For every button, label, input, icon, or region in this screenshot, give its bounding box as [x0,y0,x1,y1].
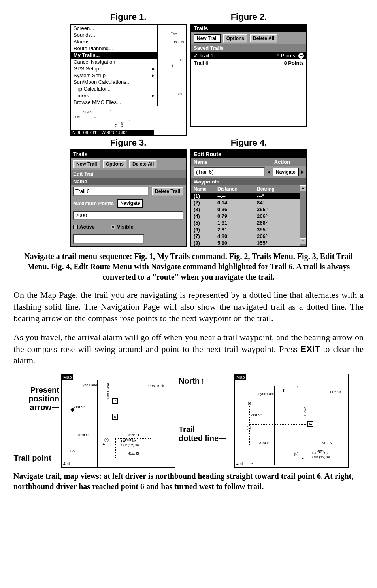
fig1-menu: Screen... Sounds... Alarms... Route Plan… [71,25,158,106]
map-title-right: Map [235,374,246,380]
wp-row-2[interactable]: (2)0.1484° [191,199,300,206]
trail6-name: Trail 6 [194,60,209,66]
wp6-icon: 6 [112,414,118,420]
fig3-panel: Trails New Trail Options Delete All Edit… [70,149,187,247]
visible-checkbox[interactable]: ✕Visible [111,224,134,230]
menu-sunmoon[interactable]: Sun/Moon Calculations... [71,79,157,85]
trail-row-1[interactable]: ✓ Trail 1 9 Points➡ [191,52,306,59]
menu-browse-mmc[interactable]: Browse MMC Files... [71,99,157,106]
trail-row-6[interactable]: Trail 6 8 Points [191,59,306,67]
max-points-label: Maximum Points [73,200,114,206]
fig2-titlebar: Trails [191,25,306,32]
wp-row-8[interactable]: (8)5.80355° [191,240,300,246]
scrollbar[interactable]: ▲ ▼ [300,185,306,246]
map-title-left: Map [62,374,73,380]
navigate-button-3[interactable]: Navigate [117,199,143,208]
trail1-pts: 9 Points [277,53,295,59]
saved-trails-header: Saved Trails [191,44,306,52]
paragraph-1: On the Map Page, the trail you are navig… [13,289,364,324]
position-label: position [12,394,59,403]
dotted-line-label: dotted line [179,434,232,442]
new-trail-button-3[interactable]: New Trail [73,160,100,168]
fig4-panel: Edit Route Name Action ◀ Navigate ▶ Wayp… [190,149,307,247]
menu-sounds[interactable]: Sounds... [71,32,157,38]
caption-2: Navigate trail, map views: at left drive… [13,471,364,492]
menu-screen[interactable]: Screen... [71,25,157,32]
options-button[interactable]: Options [223,34,247,43]
trail1-name: ✓ Trail 1 [194,53,213,59]
fig2-title: Figure 2. [231,12,267,22]
menu-alarms[interactable]: Alarms... [71,38,157,45]
map-right: Map Lynn Lane 11th St 21st St 31st St 31… [234,374,349,468]
delete-all-button[interactable]: Delete All [250,34,277,43]
scale-right: 4mi [236,462,243,466]
wp-list: (1)--.-----° (2)0.1484° (3)0.36355° (4)0… [191,193,300,246]
map-section: Present position arrow Trail point Map L… [12,374,365,468]
fig4-title: Figure 4. [231,138,267,148]
trail-point-label: Trail point [12,454,59,462]
new-trail-button[interactable]: New Trail [194,34,221,43]
wp-row-6[interactable]: (6)2.81355° [191,226,300,233]
navigate-button-4[interactable]: Navigate [273,168,299,176]
trail-name-input[interactable] [73,187,149,196]
waypoints-header: Waypoints [191,178,306,185]
menu-system-setup[interactable]: System Setup [71,72,157,79]
options-button-3[interactable]: Options [103,160,127,168]
wp-row-5[interactable]: (5)1.81266° [191,219,300,226]
menu-timers[interactable]: Timers [71,92,157,99]
wp-row-3[interactable]: (3)0.36355° [191,206,300,213]
map-left: Map Lynn Lane 11th St 21st St 31st St 31… [61,374,175,468]
delete-all-button-3[interactable]: Delete All [129,160,157,168]
present-label: Present [12,386,59,394]
caption-1: Navigate a trail menu sequence: Fig. 1, … [20,251,357,282]
map-street-label: Pine St [174,40,184,44]
wp7-icon: 7 [112,398,118,404]
north-label: North ↑ [179,376,232,386]
fig2-panel: Trails New Trail Options Delete All Save… [190,24,307,127]
wp-row-7[interactable]: (7)4.80266° [191,233,300,240]
fig1-panel: Pine St Tiger ⊕ St 2N Screen... Sounds..… [70,24,187,136]
fig4-titlebar: Edit Route [191,150,306,158]
scale-left: 4mi [63,462,70,466]
edit-trail-header: Edit Trail [71,170,186,178]
route-name-input[interactable] [194,167,265,176]
delete-trail-button[interactable]: Delete Trail [152,187,183,196]
trail6-pts: 8 Points [284,60,304,66]
exit-key-label: EXIT [301,344,320,354]
paragraph-2: As you travel, the arrival alarm will go… [13,331,364,367]
name-col-hdr: Name [194,159,260,165]
menu-cancel-nav[interactable]: Cancel Navigation [71,59,157,65]
fig3-title: Figure 3. [110,138,147,148]
fig1-title: Figure 1. [110,12,147,22]
arrow-label: arrow [12,403,59,412]
wp-row-4[interactable]: (4)0.79266° [191,213,300,219]
bottom-input[interactable] [73,234,144,244]
menu-gps-setup[interactable]: GPS Setup [71,65,157,72]
action-col-hdr: Action [260,159,304,165]
fig2-blank [191,67,306,126]
fig1-map-bg: Pine St Tiger ⊕ St 2N [154,25,186,135]
menu-trip-calc[interactable]: Trip Calculator... [71,85,157,92]
active-checkbox[interactable]: Active [73,224,95,230]
status-lon: W 95°51.583' [101,130,127,135]
status-lat: N 36°09.731' [72,130,97,135]
fig3-titlebar: Trails [71,150,186,158]
max-points-input[interactable] [73,211,183,220]
cursor-icon: ◆ [70,406,75,412]
menu-route-planning[interactable]: Route Planning... [71,45,157,52]
wp-cols: Name Distance Bearing [191,185,300,193]
arrow-icon: ➡ [298,53,304,59]
menu-my-trails[interactable]: My Trails... [71,52,157,59]
trail-label: Trail [179,425,232,434]
wp-row-1[interactable]: (1)--.-----° [191,193,300,199]
name-header: Name [71,178,186,185]
